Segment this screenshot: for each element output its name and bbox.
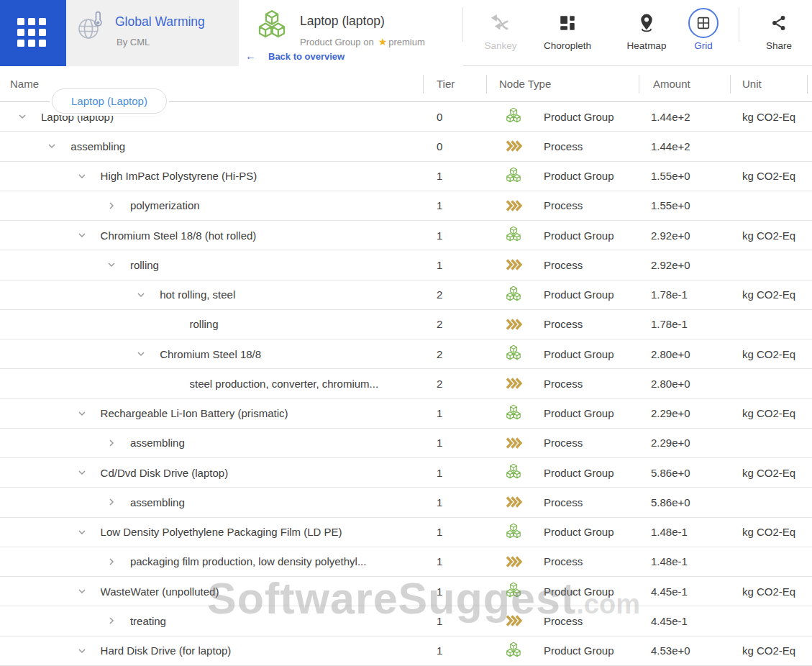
process-chevrons-icon [504, 255, 523, 274]
product-group-cubes-icon [255, 8, 289, 45]
column-header-amount[interactable]: Amount [639, 66, 730, 101]
expand-chevron-icon[interactable] [106, 557, 130, 567]
table-row: Cd/Dvd Disk Drive (laptop) 1 Product Gro… [0, 458, 812, 488]
unit-value: kg CO2-Eq [730, 170, 812, 182]
amount-value: 1.78e-1 [639, 288, 730, 301]
tier-value: 2 [423, 348, 486, 360]
product-group-cubes-icon [504, 642, 523, 660]
unit-value: kg CO2-Eq [730, 407, 812, 419]
expand-chevron-icon[interactable] [77, 409, 101, 419]
expand-chevron-icon[interactable] [77, 586, 101, 596]
unit-value: kg CO2-Eq [730, 229, 812, 242]
expand-chevron-icon[interactable] [136, 290, 160, 300]
tree-indent [0, 650, 77, 651]
node-type-cell: Process [486, 493, 639, 511]
column-header-unit[interactable]: Unit [730, 66, 812, 101]
node-type-cell: Process [486, 196, 639, 215]
premium-label: premium [388, 37, 425, 47]
amount-value: 1.55e+0 [639, 199, 730, 211]
node-name[interactable]: steel production, converter, chromium... [190, 378, 379, 390]
app-launcher-button[interactable] [0, 0, 66, 66]
expand-chevron-icon[interactable] [106, 438, 130, 448]
name-cell: High ImPact Polystyrene (Hi-PS) [0, 170, 423, 182]
node-name[interactable]: assembling [130, 437, 185, 449]
node-name[interactable]: High ImPact Polystyrene (Hi-PS) [101, 170, 257, 182]
name-cell: Low Density Polyethylene Packaging Film … [0, 526, 423, 538]
node-type-label: Product Group [544, 170, 614, 182]
process-chevrons-icon [504, 434, 523, 452]
amount-value: 2.92e+0 [639, 229, 730, 242]
node-name[interactable]: assembling [70, 140, 125, 152]
tool-grid[interactable]: Grid [672, 7, 735, 59]
node-name[interactable]: rolling [130, 259, 159, 271]
node-type-label: Process [544, 318, 583, 330]
expand-chevron-icon[interactable] [77, 527, 101, 537]
table-row: polymerization 1 Process 1.55e+0 [0, 191, 812, 221]
tool-heatmap[interactable]: Heatmap [615, 7, 678, 59]
impact-title[interactable]: Global Warming [115, 14, 205, 29]
expand-chevron-icon[interactable] [77, 467, 101, 478]
node-name[interactable]: hot rolling, steel [160, 288, 235, 301]
share-icon [770, 14, 788, 32]
expand-chevron-icon[interactable] [47, 141, 70, 151]
node-type-cell: Process [486, 137, 639, 155]
node-name[interactable]: Chromium Steel 18/8 [160, 348, 261, 360]
node-name[interactable]: treating [130, 615, 166, 627]
tier-value: 1 [423, 170, 486, 182]
amount-value: 4.53e+0 [639, 644, 730, 657]
expand-chevron-icon[interactable] [136, 349, 160, 359]
expand-chevron-icon[interactable] [106, 616, 130, 626]
node-name[interactable]: Rechargeable Li-Ion Battery (prismatic) [101, 407, 288, 419]
tool-sankey[interactable]: Sankey [469, 7, 532, 59]
node-name[interactable]: WasteWater (unpolluted) [101, 585, 219, 598]
tier-value: 1 [423, 437, 486, 449]
node-name[interactable]: rolling [190, 318, 219, 330]
tree-indent [0, 532, 77, 532]
table-row: Chromium Steel 18/8 2 Product Group 2.80… [0, 339, 812, 369]
column-header-node-type[interactable]: Node Type [486, 66, 639, 101]
name-cell: Hard Disk Drive (for laptop) [0, 644, 423, 657]
unit-value: kg CO2-Eq [730, 526, 812, 538]
column-header-tier[interactable]: Tier [423, 66, 486, 101]
tool-grid-label: Grid [672, 40, 735, 51]
tier-value: 2 [423, 318, 486, 330]
header-divider [739, 7, 739, 42]
node-name[interactable]: assembling [130, 496, 185, 508]
heatmap-icon [637, 13, 656, 33]
expand-chevron-icon[interactable] [106, 260, 130, 270]
name-cell: Chromium Steel 18/8 (hot rolled) [0, 229, 423, 242]
top-header: Global Warming By CML Laptop (laptop) Pr… [0, 0, 812, 66]
expand-chevron-icon[interactable] [77, 646, 101, 656]
table-row: Low Density Polyethylene Packaging Film … [0, 518, 812, 547]
expand-chevron-icon[interactable] [106, 497, 130, 507]
tree-indent [0, 502, 106, 503]
tool-share[interactable]: Share [747, 7, 811, 59]
node-name[interactable]: Low Density Polyethylene Packaging Film … [101, 526, 342, 538]
tool-choropleth[interactable]: Choropleth [536, 7, 599, 59]
active-node-pill[interactable]: Laptop (Laptop) [52, 88, 167, 114]
tool-sankey-label: Sankey [469, 40, 532, 51]
name-cell: assembling [0, 140, 423, 152]
tier-value: 1 [423, 259, 486, 271]
back-to-overview-link[interactable]: ←Back to overview [245, 50, 345, 62]
tier-value: 1 [423, 585, 486, 598]
tree-indent [0, 146, 47, 147]
app-window: Global Warming By CML Laptop (laptop) Pr… [0, 0, 812, 666]
product-group-cubes-icon [504, 107, 523, 126]
amount-value: 2.29e+0 [639, 437, 730, 449]
node-name[interactable]: packaging film production, low density p… [130, 555, 367, 567]
amount-value: 5.86e+0 [639, 467, 730, 479]
expand-chevron-icon[interactable] [106, 201, 130, 211]
table-row: packaging film production, low density p… [0, 547, 812, 577]
node-name[interactable]: polymerization [130, 199, 200, 211]
node-name[interactable]: Cd/Dvd Disk Drive (laptop) [101, 467, 229, 479]
tier-value: 1 [423, 407, 486, 419]
expand-chevron-icon[interactable] [77, 230, 101, 240]
node-name[interactable]: Chromium Steel 18/8 (hot rolled) [101, 229, 257, 242]
process-chevrons-icon [504, 493, 523, 511]
expand-chevron-icon[interactable] [17, 111, 41, 122]
tier-value: 0 [423, 140, 486, 152]
name-cell: steel production, converter, chromium... [0, 378, 423, 390]
expand-chevron-icon[interactable] [77, 171, 101, 181]
node-name[interactable]: Hard Disk Drive (for laptop) [101, 644, 232, 657]
